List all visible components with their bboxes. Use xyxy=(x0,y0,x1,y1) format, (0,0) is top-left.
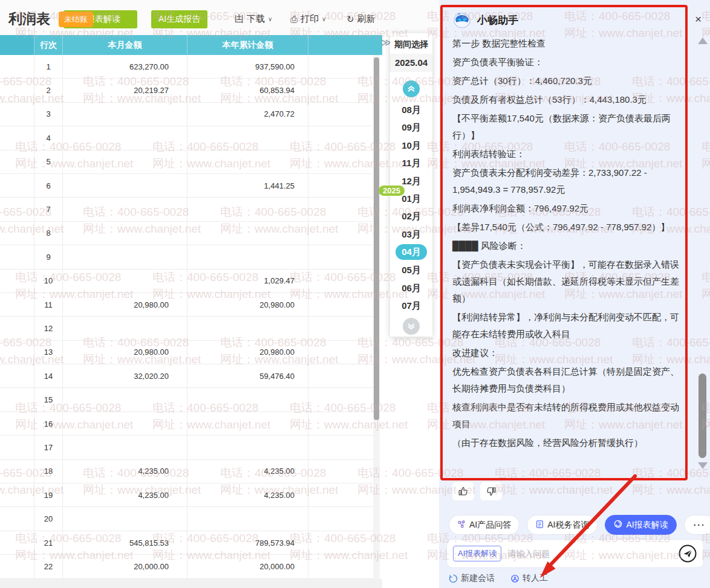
pill-AI报表解读[interactable]: AI报表解读 xyxy=(605,515,676,535)
header-blank xyxy=(0,35,34,55)
table-row[interactable]: 1320,980.0020,980.00 xyxy=(0,341,373,364)
pill-label: AI税务咨询 xyxy=(547,520,589,531)
scroll-months-down-button[interactable] xyxy=(403,318,420,335)
thumbs-down-icon xyxy=(486,486,497,497)
table-row[interactable]: 21545,815.53789,573.94 xyxy=(0,531,373,555)
chevron-down-icon: ∨ xyxy=(268,16,272,22)
scroll-months-up-button[interactable] xyxy=(403,80,420,97)
print-button[interactable]: ⎙ 打印 ∨ xyxy=(290,13,326,25)
send-button[interactable] xyxy=(678,544,697,563)
table-cell: 4 xyxy=(34,126,63,149)
pill-AI产品问答[interactable]: AI产品问答 xyxy=(449,515,519,535)
table-cell xyxy=(63,126,187,149)
table-cell xyxy=(187,222,308,245)
send-icon xyxy=(678,544,697,563)
new-chat-button[interactable]: 新建会话 xyxy=(449,573,495,584)
table-cell xyxy=(0,174,34,197)
table-row[interactable]: 61,441.25 xyxy=(0,174,373,198)
panel-scroll-down-icon[interactable] xyxy=(698,462,708,469)
month-item-10月[interactable]: 10月 xyxy=(396,137,427,154)
transfer-to-human-button[interactable]: 转人工 xyxy=(510,573,548,584)
table-row[interactable]: 7 xyxy=(0,198,373,221)
month-item-09月[interactable]: 09月 xyxy=(396,118,427,136)
table-row[interactable]: 194,235.004,235.00 xyxy=(0,483,373,507)
table-row[interactable]: 12 xyxy=(0,317,373,340)
month-item-07月[interactable]: 07月 xyxy=(396,297,427,314)
table-cell xyxy=(308,79,373,102)
period-panel: 期间选择 2025.04 08月09月10月11月12月01月02月03月04月… xyxy=(390,33,432,337)
table-cell xyxy=(0,388,34,411)
ai-generate-report-button[interactable]: AI生成报告 xyxy=(151,10,207,28)
table-cell: 10 xyxy=(34,270,63,292)
table-row[interactable]: 1120,980.0020,980.00 xyxy=(0,293,373,317)
table-row[interactable]: 4 xyxy=(0,126,373,150)
assistant-panel: 小畅助手 × 第一步 数据完整性检查资产负债表平衡验证：资产总计（30行）：4,… xyxy=(439,0,710,588)
table-cell: 21 xyxy=(34,531,63,554)
robot-icon xyxy=(452,11,472,29)
month-item-08月[interactable]: 08月 xyxy=(396,101,427,118)
month-item-11月[interactable]: 11月 xyxy=(396,154,427,172)
table-cell: 20 xyxy=(34,507,63,530)
table-cell: 1,029.47 xyxy=(187,270,308,292)
table-cell: 20,219.27 xyxy=(63,79,187,102)
refresh-button[interactable]: ↻ 刷新 xyxy=(347,13,376,25)
table-row[interactable]: 32,470.72 xyxy=(0,103,373,126)
input-mode-tag: AI报表解读 xyxy=(453,546,501,561)
table-cell xyxy=(0,317,34,340)
table-cell xyxy=(0,293,34,316)
month-item-03月[interactable]: 03月 xyxy=(396,225,427,243)
table-cell: 15 xyxy=(34,388,63,411)
assistant-paragraph: 资产负债表平衡验证： xyxy=(452,54,687,71)
months-list: 08月09月10月11月12月01月02月03月04月05月06月07月 xyxy=(390,101,432,314)
table-row[interactable]: 20 xyxy=(0,507,373,531)
thumbs-down-button[interactable] xyxy=(480,482,502,500)
assistant-paragraph: 资产负债表未分配利润变动差异：2,733,907.22 - 1,954,949.… xyxy=(452,164,687,198)
panel-scroll-up-icon[interactable] xyxy=(698,37,708,44)
table-row[interactable]: 15 xyxy=(0,388,373,412)
thumbs-up-button[interactable] xyxy=(452,482,474,500)
table-row[interactable]: 9 xyxy=(0,245,373,269)
table-row[interactable]: 2220,000.0020,000.00 xyxy=(0,555,373,578)
assistant-paragraph: 【资产负债表未实现会计平衡】，可能存在数据录入错误或遗漏科目（如长期借款、递延所… xyxy=(452,256,687,307)
table-row[interactable]: 1623,270.00937,590.00 xyxy=(0,55,373,79)
question-input[interactable] xyxy=(507,549,672,558)
table-cell xyxy=(308,174,373,197)
month-item-04月[interactable]: 04月 xyxy=(396,244,427,260)
table-row[interactable]: 5 xyxy=(0,150,373,174)
table-row[interactable]: 184,235.004,235.00 xyxy=(0,460,373,483)
month-item-05月[interactable]: 05月 xyxy=(396,261,427,279)
table-cell: 11 xyxy=(34,293,63,316)
more-pills-button[interactable]: ··· xyxy=(684,515,710,535)
assistant-paragraph: 利润表结转验证： xyxy=(452,146,687,163)
panel-scrollbar-thumb[interactable] xyxy=(699,373,706,458)
assistant-paragraph: 负债及所有者权益总计（53行）：4,443,180.3元 xyxy=(452,91,687,108)
month-item-06月[interactable]: 06月 xyxy=(396,279,427,297)
table-vscrollbar-thumb[interactable] xyxy=(374,57,379,420)
chevron-down-icon: ∨ xyxy=(322,16,326,22)
table-cell: 6 xyxy=(34,174,63,197)
table-cell: 19 xyxy=(34,483,63,506)
table-row[interactable]: 16 xyxy=(0,412,373,436)
table-row[interactable]: 220,219.2760,853.94 xyxy=(0,79,373,102)
month-item-02月[interactable]: 02月 xyxy=(396,207,427,225)
table-cell xyxy=(308,341,373,364)
table-row[interactable]: 17 xyxy=(0,436,373,459)
thumbs-up-icon xyxy=(458,486,469,497)
download-button[interactable]: 凷 下载 ∨ xyxy=(235,13,272,25)
table-body: 1623,270.00937,590.00220,219.2760,853.94… xyxy=(0,55,373,579)
table-row[interactable]: 1432,020.2059,476.40 xyxy=(0,364,373,388)
table-cell: 5 xyxy=(34,150,63,173)
new-chat-label: 新建会话 xyxy=(461,573,495,584)
table-row[interactable]: 101,029.47 xyxy=(0,270,373,293)
table-cell xyxy=(187,412,308,435)
pill-label: AI报表解读 xyxy=(626,520,668,531)
table-cell: 14 xyxy=(34,364,63,387)
close-icon[interactable]: × xyxy=(695,13,702,25)
table-cell xyxy=(63,507,187,530)
pill-AI税务咨询[interactable]: AI税务咨询 xyxy=(527,515,598,535)
table-cell xyxy=(0,103,34,126)
table-cell: 17 xyxy=(34,436,63,459)
table-cell xyxy=(187,388,308,411)
table-row[interactable]: 8 xyxy=(0,222,373,245)
table-bottom-strip xyxy=(0,579,382,588)
